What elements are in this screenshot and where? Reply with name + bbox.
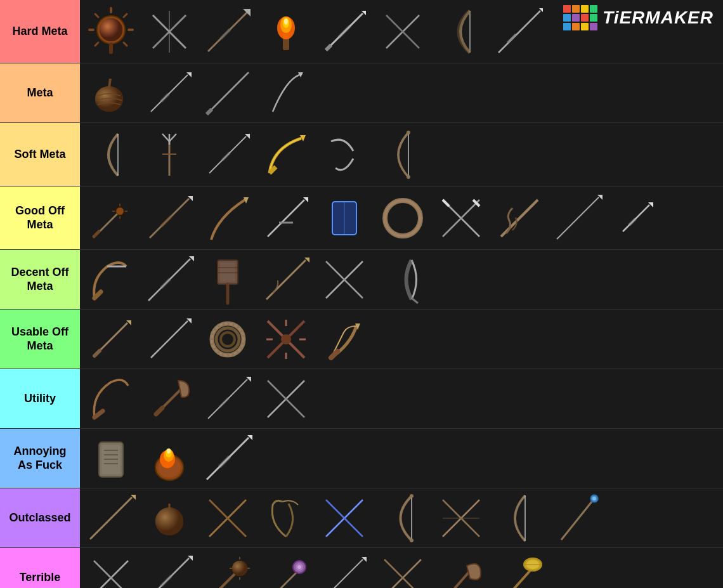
tier-items-utility — [80, 369, 723, 428]
svg-line-168 — [211, 572, 237, 589]
list-item[interactable] — [491, 551, 548, 588]
svg-line-51 — [222, 153, 230, 160]
list-item[interactable] — [316, 491, 373, 545]
tier-list: Hard Meta — [0, 0, 723, 588]
list-item[interactable] — [316, 4, 373, 58]
list-item[interactable] — [141, 372, 198, 426]
list-item[interactable] — [374, 252, 431, 306]
list-item[interactable] — [141, 191, 198, 245]
list-item[interactable] — [433, 491, 490, 545]
svg-line-41 — [207, 109, 212, 114]
tier-row-soft-meta: Soft Meta — [0, 123, 723, 186]
list-item[interactable] — [141, 491, 198, 545]
list-item[interactable] — [316, 127, 373, 181]
list-item[interactable] — [199, 491, 256, 545]
list-item[interactable] — [549, 491, 606, 545]
list-item[interactable] — [257, 551, 315, 588]
tier-row-hard-meta: Hard Meta — [0, 0, 723, 63]
svg-line-105 — [151, 321, 188, 358]
list-item[interactable] — [82, 491, 140, 545]
svg-point-58 — [116, 207, 124, 215]
list-item[interactable] — [141, 551, 198, 588]
svg-line-7 — [124, 42, 127, 46]
list-item[interactable] — [82, 312, 140, 366]
list-item[interactable] — [82, 372, 140, 426]
list-item[interactable] — [491, 4, 548, 58]
list-item[interactable] — [82, 191, 140, 245]
svg-rect-74 — [332, 202, 356, 235]
svg-line-119 — [331, 351, 337, 358]
list-item[interactable] — [374, 4, 431, 58]
list-item[interactable] — [199, 252, 256, 306]
tier-label-outclassed: Outclassed — [0, 488, 80, 547]
tier-row-utility: Utility — [0, 369, 723, 429]
list-item[interactable] — [316, 312, 373, 366]
tier-label-annoying: Annoying As Fuck — [0, 429, 80, 488]
list-item[interactable] — [491, 491, 548, 545]
list-item[interactable] — [316, 551, 373, 588]
list-item[interactable] — [433, 191, 490, 245]
list-item[interactable] — [608, 191, 665, 245]
tier-items-outclassed — [80, 488, 723, 547]
list-item[interactable] — [491, 191, 548, 245]
svg-line-125 — [219, 398, 228, 407]
svg-line-165 — [150, 558, 189, 589]
tier-row-decent-off-meta: Decent Off Meta — [0, 250, 723, 310]
list-item[interactable] — [257, 191, 315, 245]
list-item[interactable] — [257, 312, 315, 366]
list-item[interactable] — [257, 252, 315, 306]
list-item[interactable] — [82, 127, 140, 181]
tier-items-meta — [80, 63, 723, 122]
list-item[interactable] — [374, 191, 431, 245]
list-item[interactable] — [257, 66, 315, 120]
list-item[interactable] — [82, 431, 140, 485]
svg-point-154 — [410, 494, 414, 498]
svg-line-9 — [95, 42, 98, 46]
list-item[interactable] — [141, 4, 198, 58]
list-item[interactable] — [374, 491, 431, 545]
list-item[interactable] — [199, 551, 256, 588]
svg-point-146 — [155, 507, 183, 535]
list-item[interactable] — [549, 191, 606, 245]
list-item[interactable] — [199, 312, 256, 366]
list-item[interactable] — [257, 372, 315, 426]
list-item[interactable] — [141, 431, 198, 485]
list-item[interactable] — [199, 66, 256, 120]
list-item[interactable] — [82, 66, 140, 120]
list-item[interactable] — [141, 66, 198, 120]
list-item[interactable] — [199, 127, 256, 181]
list-item[interactable] — [199, 191, 256, 245]
svg-line-167 — [161, 576, 171, 586]
list-item[interactable] — [257, 127, 315, 181]
list-item[interactable] — [374, 127, 431, 181]
list-item[interactable] — [199, 372, 256, 426]
list-item[interactable] — [199, 4, 256, 58]
list-item[interactable] — [257, 4, 315, 58]
list-item[interactable] — [316, 252, 373, 306]
svg-line-68 — [268, 200, 304, 237]
svg-line-81 — [501, 200, 538, 237]
list-item[interactable] — [433, 4, 490, 58]
svg-line-6 — [95, 14, 98, 17]
list-item[interactable] — [141, 312, 198, 366]
tier-items-annoying — [80, 429, 723, 488]
list-item[interactable] — [82, 252, 140, 306]
list-item[interactable] — [433, 551, 490, 588]
list-item[interactable] — [257, 491, 315, 545]
list-item[interactable] — [82, 551, 140, 588]
tier-items-soft-meta — [80, 123, 723, 186]
svg-line-37 — [151, 75, 188, 112]
list-item[interactable] — [374, 551, 431, 588]
svg-line-82 — [557, 197, 599, 239]
list-item[interactable] — [141, 127, 198, 181]
logo-grid — [563, 5, 597, 30]
svg-point-76 — [385, 200, 420, 236]
svg-line-122 — [156, 408, 162, 414]
svg-line-27 — [339, 26, 350, 37]
list-item[interactable] — [141, 252, 198, 306]
svg-line-57 — [98, 211, 120, 233]
list-item[interactable] — [82, 4, 140, 58]
tier-items-terrible — [80, 548, 723, 588]
list-item[interactable] — [199, 431, 256, 485]
list-item[interactable] — [316, 191, 373, 245]
